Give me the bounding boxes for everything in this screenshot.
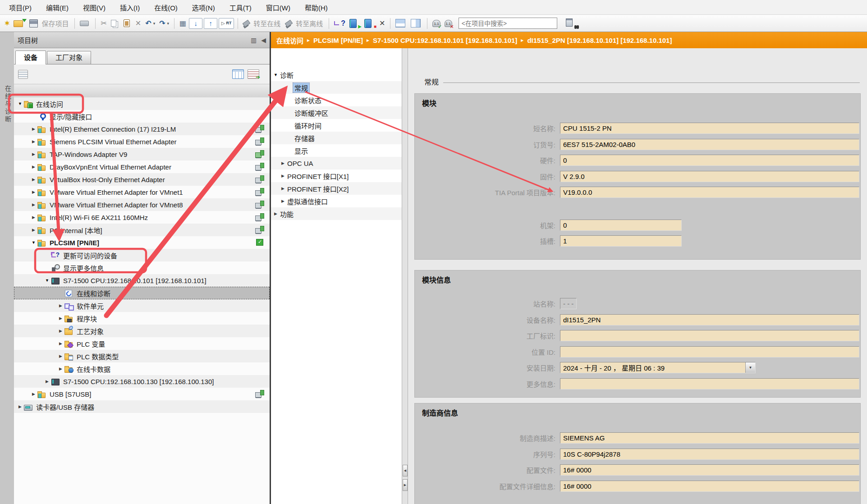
tree-row[interactable]: PC internal [本地]: [14, 224, 270, 236]
menu-item[interactable]: 编辑(E): [39, 0, 76, 14]
expand-arrow-icon[interactable]: [58, 290, 64, 296]
tree-row[interactable]: DrayBoxVpnEnt Virtual Ethernet Adapter: [14, 160, 270, 173]
field-input[interactable]: 2024 - 十月 - 20 ， 星期日 06 : 39▼: [560, 362, 756, 373]
expand-arrow-icon[interactable]: [280, 173, 286, 179]
compile-icon[interactable]: ▦: [178, 17, 188, 30]
tree-row[interactable]: VMware Virtual Ethernet Adapter for VMne…: [14, 186, 270, 198]
expand-arrow-icon[interactable]: [280, 160, 286, 166]
menu-item[interactable]: 帮助(H): [298, 0, 335, 14]
field-input[interactable]: SIEMENS AG: [560, 432, 859, 444]
tree-row[interactable]: PLC 数据类型: [14, 350, 270, 362]
field-input[interactable]: - - -: [560, 298, 577, 309]
expand-arrow-icon[interactable]: [287, 85, 293, 91]
expand-arrow-icon[interactable]: [31, 189, 37, 195]
expand-arrow-icon[interactable]: [44, 278, 50, 284]
diagnostics-nav-item[interactable]: 诊断: [271, 69, 402, 81]
breadcrumb-item[interactable]: dI1515_2PN [192.168.10.101] [192.168.10.…: [527, 37, 672, 44]
tree-row[interactable]: PLC 变量: [14, 337, 270, 350]
tree-row[interactable]: 软件单元: [14, 299, 270, 312]
tree-row[interactable]: PLCSIM [PN/IE]: [14, 236, 270, 249]
date-dropdown-button[interactable]: ▼: [745, 362, 755, 373]
delete-icon[interactable]: ✕: [134, 17, 142, 30]
tree-row[interactable]: 在线和诊断: [14, 287, 270, 299]
field-input[interactable]: [560, 346, 859, 357]
cut-icon[interactable]: ✂: [99, 17, 108, 30]
tree-row[interactable]: Intel(R) Wi-Fi 6E AX211 160MHz: [14, 211, 270, 224]
expand-arrow-icon[interactable]: [287, 135, 293, 141]
menu-item[interactable]: 在线(O): [147, 0, 185, 14]
collapse-left-button[interactable]: ◀: [403, 465, 408, 477]
expand-arrow-icon[interactable]: [31, 164, 37, 170]
expand-arrow-icon[interactable]: [31, 227, 37, 233]
tree-row[interactable]: 读卡器/USB 存储器: [14, 400, 270, 413]
expand-arrow-icon[interactable]: [17, 404, 23, 410]
tab-devices[interactable]: 设备: [15, 50, 46, 64]
expand-arrow-icon[interactable]: [31, 151, 37, 157]
tree-row[interactable]: S7-1500 CPU:192.168.10.101 [192.168.10.1…: [14, 274, 270, 287]
menu-item[interactable]: 插入(I): [113, 0, 147, 14]
undo-button[interactable]: ↶: [144, 17, 156, 30]
expand-arrow-icon[interactable]: [58, 353, 64, 359]
expand-arrow-icon[interactable]: [58, 303, 64, 309]
start-simulation-icon[interactable]: [348, 18, 362, 29]
details-view-icon[interactable]: [232, 69, 244, 79]
redo-button[interactable]: ↷: [158, 17, 170, 30]
expand-arrow-icon[interactable]: [287, 110, 293, 116]
upload-from-device-icon[interactable]: ↑: [204, 18, 217, 29]
diagnostics-nav-item[interactable]: 虚拟通信接口: [271, 195, 402, 207]
expand-arrow-icon[interactable]: [273, 211, 279, 217]
expand-arrow-icon[interactable]: [58, 316, 64, 321]
diagnostics-nav-item[interactable]: 循环时间: [271, 119, 402, 132]
field-input[interactable]: 1: [560, 235, 682, 247]
tree-row[interactable]: 显示更多信息: [14, 261, 270, 274]
menu-item[interactable]: 工具(T): [222, 0, 259, 14]
paste-icon[interactable]: [122, 17, 133, 30]
expand-arrow-icon[interactable]: [31, 240, 37, 246]
tree-row[interactable]: Siemens PLCSIM Virtual Ethernet Adapter: [14, 135, 270, 148]
field-input[interactable]: 0: [560, 220, 682, 231]
protection-ok-icon[interactable]: 1.1: [431, 17, 441, 30]
menu-item[interactable]: 视图(V): [76, 0, 113, 14]
diagnostics-nav-item[interactable]: 诊断状态: [271, 94, 402, 106]
download-to-device-icon[interactable]: ↓: [189, 18, 202, 29]
separator[interactable]: [174, 18, 174, 29]
tree-row[interactable]: TAP-Windows Adapter V9: [14, 148, 270, 160]
field-input[interactable]: CPU 1515-2 PN: [560, 123, 859, 134]
field-input[interactable]: 10S C-80P94j2878: [560, 449, 859, 460]
protection-remove-icon[interactable]: 1.1: [443, 17, 454, 30]
separator[interactable]: [95, 18, 96, 29]
start-runtime-icon[interactable]: RT: [219, 18, 234, 29]
tab-plant-objects[interactable]: 工厂对象: [47, 51, 91, 64]
refresh-view-icon[interactable]: [248, 69, 259, 79]
diagnostics-nav-item[interactable]: PROFINET 接口[X2]: [271, 182, 402, 195]
go-online-button[interactable]: 转至在线: [242, 17, 283, 30]
go-offline-button[interactable]: 转至离线: [284, 17, 325, 30]
expand-arrow-icon[interactable]: [44, 379, 50, 385]
accessible-devices-icon[interactable]: ?: [333, 17, 347, 30]
field-input[interactable]: [560, 330, 859, 341]
expand-arrow-icon[interactable]: [31, 139, 37, 145]
field-input[interactable]: V 2.9.0: [560, 171, 859, 182]
expand-arrow-icon[interactable]: [287, 97, 293, 103]
field-input[interactable]: [560, 378, 859, 389]
diagnostics-nav-item[interactable]: 显示: [271, 144, 402, 157]
save-project-button[interactable]: 保存项目: [28, 17, 71, 30]
tree-row[interactable]: 在线卡数据: [14, 362, 270, 375]
menu-item[interactable]: 窗口(W): [259, 0, 298, 14]
expand-arrow-icon[interactable]: [31, 177, 37, 183]
expand-arrow-icon[interactable]: [280, 198, 286, 204]
cross-reference-icon[interactable]: ✕: [378, 17, 386, 30]
diagnostics-nav-item[interactable]: 常规: [271, 81, 402, 94]
breadcrumb-item[interactable]: PLCSIM [PN/IE]: [313, 37, 363, 44]
open-project-icon[interactable]: [13, 17, 27, 30]
expand-arrow-icon[interactable]: [44, 265, 50, 271]
field-input[interactable]: 6ES7 515-2AM02-0AB0: [560, 139, 859, 150]
tree-row[interactable]: S7-1500 CPU:192.168.100.130 [192.168.100…: [14, 375, 270, 388]
diagnostics-nav-item[interactable]: OPC UA: [271, 157, 402, 170]
expand-arrow-icon[interactable]: [287, 123, 293, 128]
expand-arrow-icon[interactable]: [287, 148, 293, 154]
tree-row[interactable]: Intel(R) Ethernet Connection (17) I219-L…: [14, 123, 270, 135]
tree-row[interactable]: 更新可访问的设备: [14, 249, 270, 261]
collapse-right-button[interactable]: ▶: [403, 479, 408, 491]
diagnostics-nav-item[interactable]: 诊断缓冲区: [271, 106, 402, 119]
